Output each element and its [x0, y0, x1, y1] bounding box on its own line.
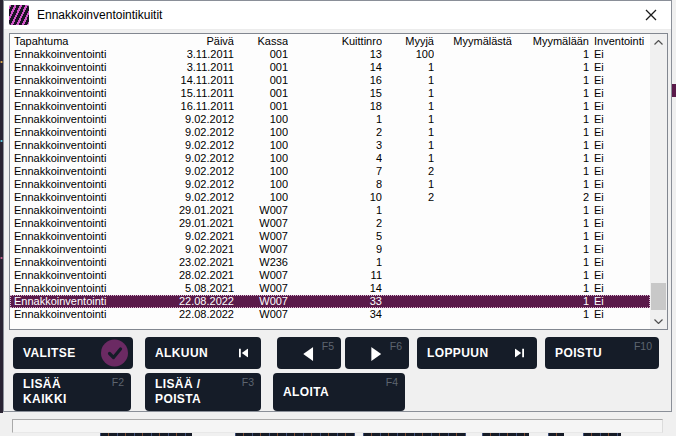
scroll-down-button[interactable] — [650, 313, 667, 329]
table-row[interactable]: Ennakkoinventointi29.01.2021W00711Ei — [10, 204, 650, 217]
valitse-button-label: VALITSE — [23, 346, 76, 360]
table-row[interactable]: Ennakkoinventointi16.11.20110011811Ei — [10, 100, 650, 113]
table-cell — [382, 269, 434, 282]
table-cell: 1 — [512, 230, 589, 243]
valitse-button[interactable]: VALITSE — [13, 337, 133, 369]
table-cell: 100 — [234, 126, 288, 139]
table-row[interactable]: Ennakkoinventointi3.11.2011001131001Ei — [10, 48, 650, 61]
fkey-label: F4 — [386, 376, 398, 388]
table-cell: Ei — [589, 269, 650, 282]
table-cell — [434, 126, 512, 139]
table-row[interactable]: Ennakkoinventointi14.11.20110011611Ei — [10, 74, 650, 87]
table-row[interactable]: Ennakkoinventointi23.02.2021W23611Ei — [10, 256, 650, 269]
table-row[interactable]: Ennakkoinventointi3.11.20110011411Ei — [10, 61, 650, 74]
table-row[interactable]: Ennakkoinventointi9.02.2012100411Ei — [10, 152, 650, 165]
table-cell: 3 — [288, 139, 382, 152]
table-cell: Ennakkoinventointi — [10, 282, 152, 295]
column-header-4[interactable]: Myyjä — [382, 34, 434, 48]
table-row[interactable]: Ennakkoinventointi5.08.2021W007141Ei — [10, 282, 650, 295]
table-cell — [382, 295, 434, 308]
background-window-field — [12, 419, 663, 433]
table-cell: Ennakkoinventointi — [10, 113, 152, 126]
table-row[interactable]: Ennakkoinventointi9.02.2021W00751Ei — [10, 230, 650, 243]
table-row[interactable]: Ennakkoinventointi15.11.20110011511Ei — [10, 87, 650, 100]
poistu-button[interactable]: POISTU F10 — [545, 337, 659, 369]
table-cell: 1 — [382, 152, 434, 165]
lisaa-kaikki-button[interactable]: LISÄÄ KAIKKI F2 — [13, 373, 131, 411]
table-row[interactable]: Ennakkoinventointi29.01.2021W00721Ei — [10, 217, 650, 230]
screen: Ennakkoinventointikuitit TapahtumaPäiväK… — [0, 0, 676, 436]
table-cell: 1 — [288, 204, 382, 217]
table-row[interactable]: Ennakkoinventointi9.02.2021W00791Ei — [10, 243, 650, 256]
column-header-5[interactable]: Myymälästä — [434, 34, 512, 48]
lisaa-poista-button[interactable]: LISÄÄ / POISTA F3 — [145, 373, 261, 411]
table-cell: 34 — [288, 308, 382, 321]
close-button[interactable] — [631, 1, 671, 28]
table-cell: 1 — [382, 100, 434, 113]
table-cell: 1 — [512, 48, 589, 61]
table-cell — [434, 269, 512, 282]
table-cell: 2 — [382, 165, 434, 178]
table-cell: 1 — [512, 178, 589, 191]
table-cell: 1 — [512, 243, 589, 256]
table-row[interactable]: Ennakkoinventointi9.02.2012100111Ei — [10, 113, 650, 126]
table-cell: 001 — [234, 48, 288, 61]
poistu-button-label: POISTU — [555, 346, 602, 360]
table-cell: Ei — [589, 48, 650, 61]
app-icon — [9, 5, 29, 25]
column-header-7[interactable]: Inventointi — [589, 34, 650, 48]
table-cell: 9.02.2012 — [152, 113, 234, 126]
table-cell: 14.11.2011 — [152, 74, 234, 87]
table-row[interactable]: Ennakkoinventointi22.08.2022W007341Ei — [10, 308, 650, 321]
table-cell: Ennakkoinventointi — [10, 126, 152, 139]
loppuun-button[interactable]: LOPPUUN — [417, 337, 537, 369]
table-cell: Ei — [589, 61, 650, 74]
column-header-0[interactable]: Tapahtuma — [10, 34, 152, 48]
table-cell: 9.02.2012 — [152, 191, 234, 204]
table-row[interactable]: Ennakkoinventointi9.02.2012100311Ei — [10, 139, 650, 152]
background-window-bottom — [0, 413, 676, 436]
lisaa-kaikki-button-label: LISÄÄ KAIKKI — [23, 377, 103, 407]
table-row[interactable]: Ennakkoinventointi9.02.2012100721Ei — [10, 165, 650, 178]
aloita-button[interactable]: ALOITA F4 — [273, 373, 405, 411]
table-cell: Ei — [589, 243, 650, 256]
table-cell: 16 — [288, 74, 382, 87]
table-row[interactable]: Ennakkoinventointi9.02.2012100811Ei — [10, 178, 650, 191]
table-cell: W007 — [234, 230, 288, 243]
table-row[interactable]: Ennakkoinventointi9.02.2012100211Ei — [10, 126, 650, 139]
column-header-6[interactable]: Myymälään — [512, 34, 589, 48]
table-cell: 13 — [288, 48, 382, 61]
table-cell: 1 — [382, 113, 434, 126]
fkey-label: F5 — [322, 340, 334, 352]
table-cell: W007 — [234, 282, 288, 295]
table-cell: 1 — [512, 113, 589, 126]
table-cell — [434, 230, 512, 243]
vertical-scrollbar[interactable] — [650, 34, 667, 329]
table-cell: 1 — [512, 165, 589, 178]
table-row[interactable]: Ennakkoinventointi22.08.2022W007331Ei — [10, 295, 650, 308]
column-header-3[interactable]: Kuittinro — [288, 34, 382, 48]
next-button[interactable]: F6 — [345, 337, 409, 369]
column-header-1[interactable]: Päivä — [152, 34, 234, 48]
table-cell: 22.08.2022 — [152, 308, 234, 321]
table-cell: 100 — [234, 113, 288, 126]
table-row[interactable]: Ennakkoinventointi9.02.20121001022Ei — [10, 191, 650, 204]
skip-to-start-icon — [239, 349, 248, 358]
table-cell: Ennakkoinventointi — [10, 100, 152, 113]
table-cell — [434, 282, 512, 295]
table-row[interactable]: Ennakkoinventointi28.02.2021W007111Ei — [10, 269, 650, 282]
alkuun-button[interactable]: ALKUUN — [145, 337, 261, 369]
scroll-up-button[interactable] — [650, 34, 667, 50]
previous-button[interactable]: F5 — [277, 337, 341, 369]
triangle-left-icon — [303, 347, 313, 361]
loppuun-button-label: LOPPUUN — [427, 346, 488, 360]
table-cell: 9.02.2012 — [152, 139, 234, 152]
fkey-label: F6 — [390, 340, 402, 352]
window-title: Ennakkoinventointikuitit — [37, 8, 162, 22]
scrollbar-thumb[interactable] — [651, 283, 666, 310]
table-cell: 1 — [512, 204, 589, 217]
table-cell: 9 — [288, 243, 382, 256]
table-cell — [434, 139, 512, 152]
column-header-2[interactable]: Kassa — [234, 34, 288, 48]
table-cell: 1 — [512, 295, 589, 308]
